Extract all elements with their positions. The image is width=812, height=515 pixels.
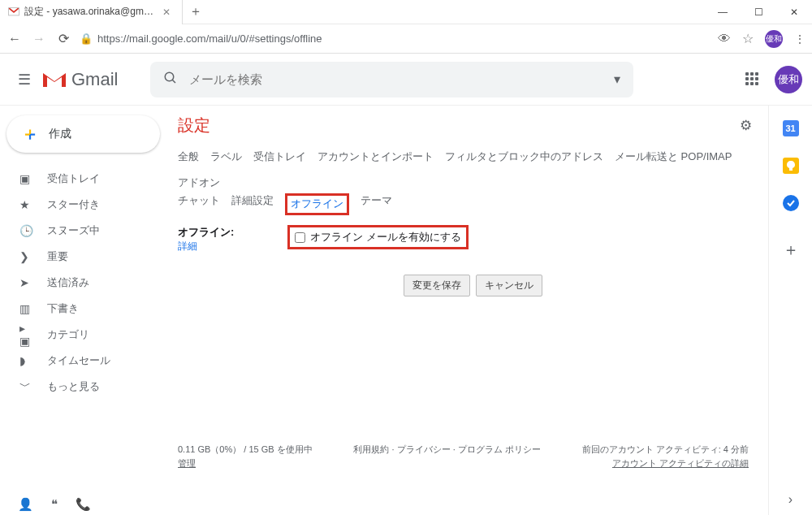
address-bar[interactable]: 🔒 https://mail.google.com/mail/u/0/#sett… (80, 32, 710, 45)
reload-button[interactable]: ⟳ (55, 31, 71, 46)
settings-footer: 0.11 GB（0%） / 15 GB を使用中 管理 利用規約 · プライバシ… (178, 443, 768, 470)
tab-general[interactable]: 全般 (178, 149, 199, 164)
hangouts-bar: 👤 ❝ 📞 (0, 497, 91, 512)
account-avatar[interactable]: 優和 (775, 66, 802, 93)
gmail-logo[interactable]: Gmail (42, 69, 118, 90)
add-addon-button[interactable]: ＋ (783, 239, 799, 261)
gmail-text: Gmail (71, 69, 118, 90)
star-icon: ★ (19, 198, 34, 211)
google-apps-icon[interactable] (745, 72, 760, 87)
sent-icon: ➤ (19, 276, 34, 289)
sidebar-item-starred[interactable]: ★ スター付き (0, 192, 166, 218)
important-icon: ❯ (19, 250, 34, 263)
left-sidebar: ＋ 作成 ▣ 受信トレイ ★ スター付き 🕒 スヌーズ中 ❯ 重要 ➤ 送信済み… (0, 106, 166, 515)
calendar-icon[interactable]: 31 (783, 120, 799, 136)
storage-text: 0.11 GB（0%） / 15 GB を使用中 (178, 444, 313, 454)
activity-detail-link[interactable]: アカウント アクティビティの詳細 (612, 458, 749, 468)
eye-icon[interactable]: 👁 (718, 32, 731, 46)
sidebar-item-label: 重要 (47, 249, 68, 264)
tab-labels[interactable]: ラベル (210, 149, 242, 164)
search-options-dropdown-icon[interactable]: ▾ (614, 71, 620, 87)
sidebar-item-drafts[interactable]: ▥ 下書き (0, 296, 166, 322)
gmail-m-icon (42, 71, 67, 89)
sidebar-item-categories[interactable]: ▸ ▣ カテゴリ (0, 322, 166, 348)
settings-main: 設定 ⚙ 全般 ラベル 受信トレイ アカウントとインポート フィルタとブロック中… (166, 106, 768, 515)
tab-filters[interactable]: フィルタとブロック中のアドレス (445, 149, 603, 164)
svg-point-1 (166, 72, 175, 81)
tab-accounts[interactable]: アカウントとインポート (317, 149, 434, 164)
search-input[interactable] (189, 72, 614, 86)
settings-title: 設定 (178, 115, 210, 136)
offline-enable-checkbox[interactable] (295, 232, 305, 243)
offline-enable-label: オフライン メールを有効にする (310, 230, 461, 245)
sidebar-item-label-timesale[interactable]: ◗ タイムセール (0, 348, 166, 374)
sidebar-item-more[interactable]: ﹀ もっと見る (0, 374, 166, 400)
tab-advanced[interactable]: 詳細設定 (231, 193, 274, 215)
tab-addons[interactable]: アドオン (178, 175, 220, 190)
maximize-button[interactable]: ☐ (741, 0, 776, 24)
minimize-button[interactable]: — (705, 0, 741, 24)
offline-enable-highlight: オフライン メールを有効にする (287, 225, 469, 249)
browser-menu-icon[interactable]: ⋮ (794, 32, 806, 45)
profile-avatar-small[interactable]: 優和 (765, 30, 783, 48)
compose-label: 作成 (49, 127, 71, 141)
storage-manage-link[interactable]: 管理 (178, 458, 196, 468)
offline-label: オフライン: (178, 226, 234, 238)
label-icon: ◗ (19, 354, 34, 367)
keep-icon[interactable] (783, 158, 799, 174)
offline-setting-row: オフライン: 詳細 オフライン メールを有効にする (178, 225, 768, 253)
phone-icon[interactable]: 📞 (76, 497, 91, 512)
sidebar-item-snoozed[interactable]: 🕒 スヌーズ中 (0, 218, 166, 244)
tab-offline[interactable]: オフライン (291, 197, 343, 210)
tab-forwarding[interactable]: メール転送と POP/IMAP (615, 149, 732, 164)
gear-icon[interactable]: ⚙ (740, 117, 752, 134)
main-menu-icon[interactable]: ☰ (10, 71, 39, 89)
collapse-side-panel-icon[interactable]: › (788, 492, 793, 507)
category-icon: ▸ ▣ (19, 322, 34, 348)
policies-links[interactable]: 利用規約 · プライバシー · プログラム ポリシー (353, 444, 540, 454)
forward-button[interactable]: → (31, 32, 47, 46)
compose-button[interactable]: ＋ 作成 (6, 115, 160, 153)
url-text: https://mail.google.com/mail/u/0/#settin… (97, 32, 322, 45)
save-button[interactable]: 変更を保存 (404, 275, 470, 296)
tasks-icon[interactable] (783, 195, 799, 211)
window-titlebar: 設定 - yasawa.orinaka@gmail.co ✕ ＋ — ☐ ✕ (0, 0, 812, 24)
draft-icon: ▥ (19, 302, 34, 315)
window-controls: — ☐ ✕ (705, 0, 812, 24)
tab-themes[interactable]: テーマ (361, 193, 392, 215)
right-side-panel: 31 ＋ › (768, 106, 812, 515)
close-window-button[interactable]: ✕ (776, 0, 812, 24)
tab-chat[interactable]: チャット (178, 193, 220, 215)
sidebar-item-important[interactable]: ❯ 重要 (0, 244, 166, 270)
search-icon[interactable] (163, 71, 178, 89)
plus-icon: ＋ (21, 122, 39, 146)
sidebar-item-label: 受信トレイ (47, 171, 100, 186)
inbox-icon: ▣ (19, 172, 34, 185)
cancel-button[interactable]: キャンセル (476, 275, 542, 296)
hangouts-icon[interactable]: ❝ (51, 497, 58, 512)
search-box[interactable]: ▾ (150, 62, 633, 97)
tab-inbox[interactable]: 受信トレイ (253, 149, 306, 164)
sidebar-item-label: もっと見る (47, 379, 100, 394)
sidebar-item-label: タイムセール (47, 353, 110, 368)
clock-icon: 🕒 (19, 224, 34, 237)
lock-icon: 🔒 (80, 32, 93, 45)
sidebar-item-inbox[interactable]: ▣ 受信トレイ (0, 166, 166, 192)
tab-close-icon[interactable]: ✕ (159, 6, 174, 18)
sidebar-item-sent[interactable]: ➤ 送信済み (0, 270, 166, 296)
browser-tab[interactable]: 設定 - yasawa.orinaka@gmail.co ✕ (0, 0, 183, 24)
new-tab-button[interactable]: ＋ (183, 3, 209, 20)
activity-text: 前回のアカウント アクティビティ: 4 分前 (582, 444, 749, 454)
sidebar-item-label: 下書き (47, 301, 79, 316)
bookmark-icon[interactable]: ☆ (742, 31, 754, 46)
sidebar-item-label: スヌーズ中 (47, 223, 100, 238)
back-button[interactable]: ← (6, 32, 23, 46)
sidebar-item-label: 送信済み (47, 275, 89, 290)
settings-tabs: 全般 ラベル 受信トレイ アカウントとインポート フィルタとブロック中のアドレス… (178, 141, 768, 193)
tab-title: 設定 - yasawa.orinaka@gmail.co (24, 5, 154, 19)
gmail-header: ☰ Gmail ▾ 優和 (0, 54, 812, 106)
sidebar-item-label: カテゴリ (47, 327, 89, 342)
tab-offline-highlight: オフライン (285, 193, 349, 215)
offline-detail-link[interactable]: 詳細 (178, 240, 197, 252)
person-icon[interactable]: 👤 (18, 497, 33, 512)
